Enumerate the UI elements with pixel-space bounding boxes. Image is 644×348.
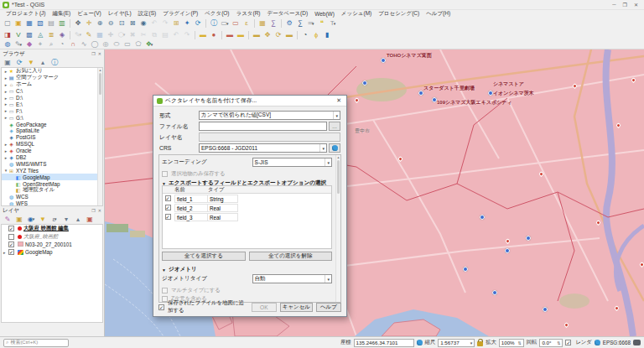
- annotation-dropdown-icon[interactable]: ✎▾: [13, 40, 23, 49]
- dialog-scrollbar[interactable]: ▲: [335, 155, 340, 302]
- rotate-label-icon[interactable]: ⟳: [273, 30, 283, 39]
- add-to-map-checkbox[interactable]: 保存されたファイルを地図に追加する: [158, 299, 248, 314]
- layer-item-2[interactable]: N03-20_27_200101: [2, 241, 102, 248]
- add-delimited-text-icon[interactable]: ≣: [46, 30, 56, 39]
- lock-scale-icon[interactable]: [477, 341, 483, 346]
- collapse-all-icon[interactable]: ▴: [38, 58, 48, 67]
- browser-item-mssql[interactable]: ▸◈MSSQL: [2, 141, 102, 148]
- open-attribute-table-icon[interactable]: ▦: [257, 19, 267, 29]
- pan-map-icon[interactable]: ✥: [73, 19, 83, 29]
- zoom-last-icon[interactable]: ↶: [149, 19, 159, 29]
- cinema-marker[interactable]: [480, 215, 485, 220]
- field-checkbox[interactable]: [165, 214, 171, 220]
- tracing-icon[interactable]: ∿: [79, 40, 89, 49]
- processing-toolbox-icon[interactable]: ⚙: [284, 19, 294, 29]
- menu-item-11[interactable]: プロセシング(C): [376, 10, 422, 18]
- coordinate-input[interactable]: 135.2466,34.7101: [354, 339, 414, 347]
- osm-search-icon[interactable]: ⌕: [46, 40, 56, 49]
- field-row-field_1[interactable]: field_1String: [163, 194, 331, 203]
- field-row-field_2[interactable]: field_2Real: [163, 203, 331, 212]
- crs-status-icon[interactable]: [595, 340, 600, 345]
- open-layer-styling-icon[interactable]: ✎: [3, 215, 13, 224]
- menu-item-12[interactable]: ヘルプ(H): [423, 10, 453, 18]
- deselect-all-button[interactable]: 全ての選択を解除: [249, 252, 333, 261]
- menu-item-8[interactable]: データベース(D): [265, 10, 311, 18]
- checkbox-checked-icon[interactable]: [158, 304, 164, 310]
- dialog-titlebar[interactable]: ベクタレイヤを名前を付けて保存... ✕: [153, 96, 346, 106]
- crs-select[interactable]: EPSG:6668 - JGD2011 ▾: [199, 143, 327, 153]
- zoom-in-icon[interactable]: ⊕: [95, 19, 105, 29]
- field-row-field_3[interactable]: field_3Real: [163, 212, 331, 221]
- digitize-regular-icon[interactable]: ⬠: [133, 40, 143, 49]
- layout-manager-icon[interactable]: ▥: [57, 19, 67, 29]
- add-mesh-layer-icon[interactable]: ◬: [35, 30, 45, 39]
- menu-item-10[interactable]: メッシュ(M): [339, 10, 374, 18]
- temporal-controller-icon[interactable]: ◔: [300, 30, 310, 39]
- browse-button[interactable]: …: [329, 122, 340, 131]
- field-checkbox[interactable]: [165, 195, 171, 201]
- paste-features-icon[interactable]: ▤: [160, 30, 170, 39]
- select-all-button[interactable]: 全てを選択する: [162, 252, 246, 261]
- add-feature-icon[interactable]: ✚: [106, 30, 116, 39]
- snapping-icon[interactable]: ∩: [68, 40, 78, 49]
- menu-item-2[interactable]: ビュー(V): [75, 10, 103, 18]
- digitize-ellipse-icon[interactable]: ⬭: [112, 40, 122, 49]
- add-group-icon[interactable]: ▣: [14, 215, 24, 224]
- rotation-input[interactable]: 0.0° ⇅: [539, 339, 563, 347]
- browser-item--[interactable]: ◧地理院タイル: [2, 187, 102, 194]
- layer-diagram-icon[interactable]: ●: [209, 30, 219, 39]
- select-features-icon[interactable]: ▭▾: [220, 19, 230, 29]
- properties-widget-icon[interactable]: ⓘ: [49, 58, 60, 67]
- layer-visibility-checkbox[interactable]: [8, 226, 14, 231]
- layer-item-0[interactable]: 大阪府 映画館 編集: [2, 225, 102, 232]
- cancel-button[interactable]: キャンセル: [280, 303, 313, 312]
- digitize-shape-icon[interactable]: ◯: [90, 40, 100, 49]
- minimize-icon[interactable]: ─: [612, 2, 615, 8]
- scale-select[interactable]: 1:56737 ▾: [438, 339, 475, 347]
- georeferencer-icon[interactable]: ⌖: [35, 40, 45, 49]
- zoom-out-icon[interactable]: ⊖: [106, 19, 116, 29]
- browser-item-g-[interactable]: ▸▭G:\: [2, 114, 102, 121]
- close-icon[interactable]: ✕: [634, 2, 638, 8]
- digitize-rect-icon[interactable]: ▭: [122, 40, 132, 49]
- browser-item-c-[interactable]: ▸▭C:\: [2, 88, 102, 95]
- plugin-tool-icon[interactable]: ❖▾: [144, 40, 154, 49]
- locator-search-input[interactable]: ⌕ 検索(Ctrl+K): [3, 339, 69, 347]
- menu-item-1[interactable]: 編集(E): [50, 10, 74, 18]
- browser-item-wcs[interactable]: ◍WCS: [2, 194, 102, 200]
- messages-icon[interactable]: [633, 340, 641, 345]
- cut-features-icon[interactable]: ✂: [138, 30, 148, 39]
- menu-item-6[interactable]: ベクタ(O): [202, 10, 231, 18]
- browser-item--[interactable]: ▸⌂ホーム: [2, 81, 102, 88]
- map-tips-icon[interactable]: ❝: [317, 19, 327, 29]
- geometry-type-select[interactable]: 自動 ▾: [252, 274, 332, 283]
- save-project-icon[interactable]: ▦: [24, 19, 34, 29]
- move-label-icon[interactable]: ✥: [262, 30, 273, 39]
- menu-item-9[interactable]: Web(W): [312, 11, 337, 17]
- cinema-marker[interactable]: [526, 236, 531, 241]
- field-checkbox[interactable]: [165, 205, 171, 210]
- filter-browser-icon[interactable]: ▼: [26, 58, 36, 67]
- new-project-icon[interactable]: ▢: [3, 19, 13, 29]
- highlight-pinned-labels-icon[interactable]: ▬: [225, 30, 235, 39]
- metasearch-icon[interactable]: ◍: [3, 40, 13, 49]
- browser-item-e-[interactable]: ▸▭E:\: [2, 101, 102, 107]
- vertex-tool-icon[interactable]: ⬡▾: [117, 30, 127, 39]
- menu-item-7[interactable]: ラスタ(R): [234, 10, 263, 18]
- refresh-browser-icon[interactable]: ⟳: [14, 58, 24, 67]
- menu-item-5[interactable]: プラグイン(P): [160, 10, 200, 18]
- crs-picker-button[interactable]: [329, 143, 340, 153]
- cinema-marker[interactable]: [463, 267, 468, 272]
- toggle-editing-icon[interactable]: ✎: [84, 30, 94, 39]
- browser-item-d-[interactable]: ▸▭D:\: [2, 95, 102, 101]
- layer-item-3[interactable]: ▸GoogleMap: [2, 248, 102, 256]
- menu-item-4[interactable]: 設定(S): [136, 10, 159, 18]
- undo-icon[interactable]: ↶: [171, 30, 181, 39]
- undock-icon[interactable]: ❐: [91, 51, 95, 56]
- filter-legend-icon[interactable]: ▼: [38, 215, 48, 224]
- layer-labeling-icon[interactable]: ▬: [198, 30, 208, 39]
- magnifier-input[interactable]: 100% ⇅: [499, 339, 524, 347]
- pan-to-selection-icon[interactable]: ✛: [84, 19, 94, 29]
- field-calculator-icon[interactable]: ∑: [268, 19, 278, 29]
- dialog-close-icon[interactable]: ✕: [335, 97, 343, 104]
